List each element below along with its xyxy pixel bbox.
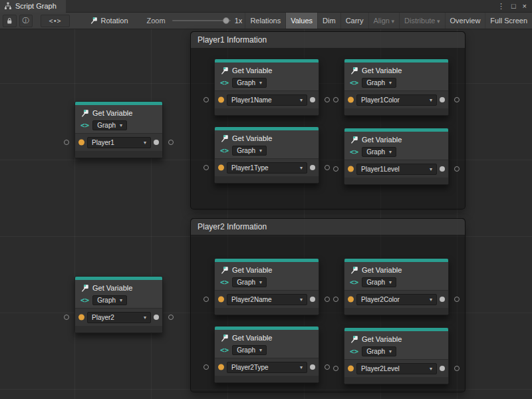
input-port-ring[interactable] — [333, 166, 338, 172]
node-get-variable-player2level[interactable]: Get Variable <> Graph Player2Level — [344, 327, 449, 384]
node-title: Get Variable — [362, 335, 402, 343]
output-port-ring[interactable] — [325, 165, 330, 170]
variable-name-dropdown[interactable]: Player2 — [87, 312, 151, 323]
value-output-port[interactable] — [154, 315, 159, 320]
output-port-ring[interactable] — [325, 364, 330, 370]
zoom-to-fit-icon: <∙> — [49, 17, 61, 25]
variable-kind-dropdown[interactable]: Graph — [232, 146, 267, 156]
toolbar-button-fullscreen[interactable]: Full Screen — [485, 13, 532, 29]
value-input-port[interactable] — [78, 140, 84, 146]
more-icon[interactable]: ⋮ — [497, 3, 505, 10]
get-variable-icon — [350, 66, 358, 75]
value-output-port[interactable] — [154, 140, 159, 145]
node-get-variable-player2type[interactable]: Get Variable <> Graph Player2Type — [214, 326, 319, 383]
value-input-port[interactable] — [348, 97, 354, 103]
value-output-port[interactable] — [310, 97, 315, 102]
output-port-ring[interactable] — [325, 97, 330, 102]
node-port-row: Player2Type — [215, 358, 319, 376]
output-port-ring[interactable] — [454, 97, 460, 102]
variable-name-dropdown[interactable]: Player2Type — [227, 362, 307, 373]
input-port-ring[interactable] — [203, 364, 209, 370]
value-output-port[interactable] — [440, 97, 445, 102]
lock-button[interactable] — [3, 15, 17, 27]
value-input-port[interactable] — [218, 364, 224, 370]
input-port-ring[interactable] — [203, 165, 209, 170]
toolbar-button-dim[interactable]: Dim — [317, 13, 340, 29]
output-port-ring[interactable] — [454, 366, 460, 371]
info-button[interactable]: ⓘ — [19, 15, 33, 27]
value-output-port[interactable] — [310, 165, 315, 170]
toolbar-button-distribute[interactable]: Distribute — [399, 13, 445, 29]
zoom-slider-knob[interactable] — [223, 17, 229, 24]
node-get-variable-player2name[interactable]: Get Variable <> Graph Player2Name — [214, 258, 319, 315]
script-graph-tab[interactable]: Script Graph — [0, 0, 66, 13]
node-get-variable-player2[interactable]: Get Variable <> Graph Player2 — [74, 276, 163, 333]
node-get-variable-player1level[interactable]: Get Variable <> Graph Player1Level — [344, 128, 449, 185]
toolbar-button-align[interactable]: Align — [368, 13, 400, 29]
variable-kind-dropdown[interactable]: Graph — [362, 277, 396, 287]
group-header[interactable]: Player1 Information — [191, 32, 465, 48]
variable-kind-dropdown[interactable]: Graph — [362, 147, 396, 157]
value-input-port[interactable] — [348, 366, 354, 372]
variable-kind-dropdown[interactable]: Graph — [232, 78, 267, 88]
variable-name-dropdown[interactable]: Player2Name — [227, 294, 307, 305]
value-output-port[interactable] — [440, 297, 445, 302]
zoom-to-fit-button[interactable]: <∙> — [41, 15, 70, 27]
variable-name-dropdown[interactable]: Player1Name — [227, 94, 307, 106]
group-header[interactable]: Player2 Information — [191, 219, 465, 235]
graph-breadcrumb[interactable]: Rotation — [90, 17, 128, 25]
zoom-slider[interactable] — [172, 17, 231, 25]
node-footer — [215, 308, 319, 315]
node-get-variable-player1name[interactable]: Get Variable <> Graph Player1Name — [214, 59, 319, 116]
maximize-icon[interactable]: □ — [511, 3, 516, 10]
variable-name-dropdown[interactable]: Player2Level — [356, 363, 437, 374]
variable-name-dropdown[interactable]: Player1Color — [356, 94, 437, 106]
value-input-port[interactable] — [218, 97, 224, 103]
node-get-variable-player1color[interactable]: Get Variable <> Graph Player1Color — [344, 59, 449, 116]
get-variable-icon — [220, 266, 229, 275]
input-port-ring[interactable] — [333, 97, 338, 102]
input-port-ring[interactable] — [333, 366, 338, 371]
value-output-port[interactable] — [310, 364, 315, 370]
value-output-port[interactable] — [440, 366, 445, 371]
node-get-variable-player1[interactable]: Get Variable <> Graph Player1 — [74, 101, 163, 158]
toolbar-button-relations[interactable]: Relations — [245, 13, 285, 29]
toolbar-button-overview[interactable]: Overview — [445, 13, 485, 29]
output-port-ring[interactable] — [454, 166, 460, 172]
variable-kind-dropdown[interactable]: Graph — [92, 120, 127, 130]
variable-kind-dropdown[interactable]: Graph — [362, 78, 396, 88]
input-port-ring[interactable] — [64, 140, 69, 145]
variable-kind-dropdown[interactable]: Graph — [362, 346, 396, 356]
value-input-port[interactable] — [78, 315, 84, 321]
variable-kind-dropdown[interactable]: Graph — [232, 277, 267, 287]
output-port-ring[interactable] — [454, 297, 460, 302]
input-port-ring[interactable] — [64, 315, 69, 320]
value-input-port[interactable] — [218, 297, 224, 303]
node-get-variable-player2color[interactable]: Get Variable <> Graph Player2Color — [344, 258, 449, 315]
variable-name-dropdown[interactable]: Player1 — [87, 137, 151, 148]
input-port-ring[interactable] — [333, 297, 338, 302]
input-port-ring[interactable] — [203, 297, 209, 302]
value-output-port[interactable] — [310, 297, 315, 302]
graph-canvas[interactable]: Player1 Information Player2 Information … — [0, 29, 532, 399]
node-title: Get Variable — [92, 109, 132, 117]
value-input-port[interactable] — [348, 297, 354, 303]
variable-name-dropdown[interactable]: Player1Level — [356, 164, 437, 175]
output-port-ring[interactable] — [168, 140, 174, 145]
value-input-port[interactable] — [218, 165, 224, 171]
variable-name-dropdown[interactable]: Player1Type — [227, 162, 307, 174]
node-title: Get Variable — [362, 266, 402, 274]
node-get-variable-player1type[interactable]: Get Variable <> Graph Player1Type — [214, 126, 319, 184]
toolbar-button-values[interactable]: Values — [285, 13, 317, 29]
value-output-port[interactable] — [440, 166, 445, 172]
node-title: Get Variable — [362, 136, 402, 144]
variable-kind-dropdown[interactable]: Graph — [232, 345, 267, 355]
output-port-ring[interactable] — [168, 315, 174, 320]
input-port-ring[interactable] — [203, 97, 209, 102]
value-input-port[interactable] — [348, 166, 354, 172]
variable-name-dropdown[interactable]: Player2Color — [356, 294, 437, 305]
toolbar-button-carry[interactable]: Carry — [340, 13, 368, 29]
variable-kind-dropdown[interactable]: Graph — [92, 295, 127, 305]
close-icon[interactable]: × — [523, 3, 527, 10]
output-port-ring[interactable] — [325, 297, 330, 302]
